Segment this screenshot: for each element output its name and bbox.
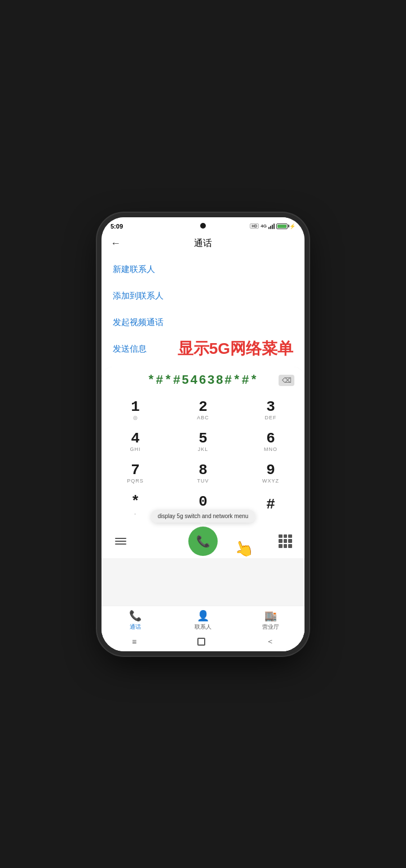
nav-store[interactable]: 🏬 营业厅: [237, 610, 304, 631]
key-3[interactable]: 3 DEF: [248, 396, 293, 425]
call-icon: 📞: [196, 534, 210, 548]
back-button-nav[interactable]: ＜: [266, 637, 274, 647]
backspace-button[interactable]: ⌫: [277, 374, 295, 387]
finger-pointer-icon: 👆: [231, 537, 256, 561]
context-menu: 新建联系人 添加到联系人 发起视频通话 发送信息 显示5G网络菜单: [102, 254, 304, 365]
store-label: 营业厅: [262, 623, 279, 631]
key-6[interactable]: 6 MNO: [248, 427, 293, 457]
nav-calls[interactable]: 📞 通话: [102, 610, 169, 631]
keypad-row-3: 7 PQRS 8 TUV 9 WXYZ: [102, 458, 304, 489]
charging-icon: ⚡: [289, 223, 295, 229]
key-7[interactable]: 7 PQRS: [113, 459, 158, 488]
home-indicator-area: ≡ ＜: [102, 633, 304, 651]
recents-button[interactable]: ≡: [132, 637, 136, 646]
add-to-contact-item[interactable]: 添加到联系人: [102, 283, 304, 309]
grid-icon-button[interactable]: [275, 531, 295, 551]
send-message-item[interactable]: 发送信息 显示5G网络菜单: [102, 336, 304, 362]
status-right-icons: HD 4G ⚡: [250, 223, 295, 229]
page-title: 通话: [194, 238, 212, 249]
status-time: 5:09: [111, 223, 123, 230]
key-1[interactable]: 1 ◎: [113, 396, 158, 425]
tooltip-bubble: display 5g switch and network menu: [151, 510, 255, 523]
key-9[interactable]: 9 WXYZ: [248, 459, 293, 488]
key-4[interactable]: 4 GHI: [113, 427, 158, 457]
calls-label: 通话: [130, 623, 141, 631]
backspace-icon: ⌫: [279, 375, 294, 386]
contacts-label: 联系人: [195, 623, 211, 631]
key-2[interactable]: 2 ABC: [180, 396, 226, 425]
nav-contacts[interactable]: 👤 联系人: [169, 610, 237, 631]
video-call-item[interactable]: 发起视频通话: [102, 309, 304, 336]
home-button[interactable]: [197, 638, 205, 646]
new-contact-item[interactable]: 新建联系人: [102, 256, 304, 283]
contacts-icon: 👤: [197, 610, 209, 622]
dial-input-display: *#*#54638#*#*: [129, 374, 277, 388]
signal-icon: [268, 223, 275, 229]
nav-header: ← 通话: [102, 233, 304, 254]
dialer-area: *#*#54638#*#* ⌫ 1 ◎ 2 ABC: [102, 367, 304, 606]
store-icon: 🏬: [264, 610, 277, 622]
phone-frame: 5:09 HD 4G ⚡ ← 通话 新建联系人: [102, 217, 304, 651]
call-button[interactable]: 📞: [188, 527, 218, 556]
keypad-row-2: 4 GHI 5 JKL 6 MNO: [102, 426, 304, 458]
bottom-action-bar: display 5g switch and network menu 📞: [102, 523, 304, 558]
keypad-row-1: 1 ◎ 2 ABC 3 DEF: [102, 394, 304, 426]
network-label: 4G: [261, 223, 267, 229]
hd-badge: HD: [250, 223, 259, 229]
key-5[interactable]: 5 JKL: [180, 427, 226, 457]
key-8[interactable]: 8 TUV: [180, 459, 226, 488]
keypad: 1 ◎ 2 ABC 3 DEF 4 GHI: [102, 392, 304, 523]
call-button-container: display 5g switch and network menu 📞: [188, 527, 218, 556]
phone-screen: ← 通话 新建联系人 添加到联系人 发起视频通话 发送信息 显示5G网络菜单: [102, 233, 304, 651]
5g-menu-overlay-text: 显示5G网络菜单: [178, 338, 293, 360]
dial-input-row: *#*#54638#*#* ⌫: [102, 367, 304, 392]
back-button[interactable]: ←: [111, 238, 121, 249]
calls-icon: 📞: [129, 610, 142, 622]
camera-notch: [200, 223, 206, 229]
battery-icon: [276, 223, 288, 229]
bottom-nav: 📞 通话 👤 联系人 🏬 营业厅: [102, 606, 304, 633]
status-bar: 5:09 HD 4G ⚡: [102, 217, 304, 233]
menu-icon-button[interactable]: [111, 531, 131, 551]
